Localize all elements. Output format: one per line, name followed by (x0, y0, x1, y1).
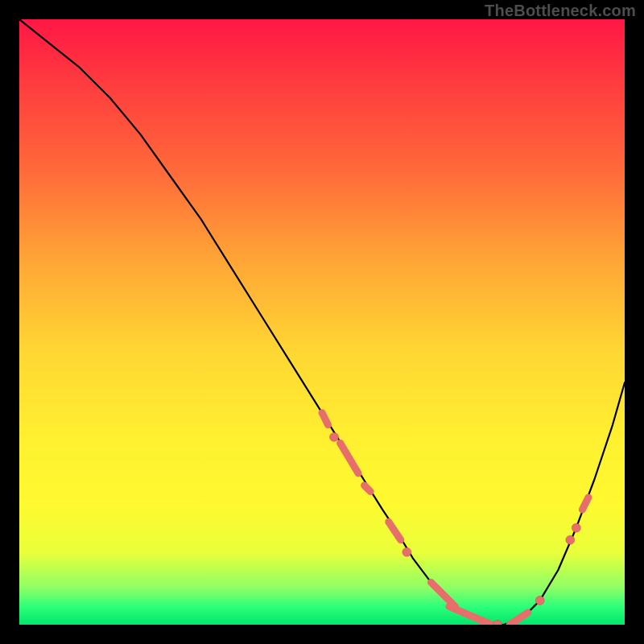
bottleneck-curve (19, 19, 625, 625)
marker-dot (402, 547, 411, 556)
marker-segment (389, 522, 401, 540)
marker-dot (330, 432, 339, 441)
marker-dot (493, 621, 502, 625)
marker-segment (322, 413, 328, 425)
marker-segment (510, 613, 528, 625)
marker-segment (365, 485, 371, 492)
marker-segment (431, 582, 455, 606)
curve-markers (322, 413, 588, 625)
marker-dot (572, 523, 580, 532)
watermark-text: TheBottleneck.com (485, 2, 636, 20)
chart-gradient-area (19, 19, 625, 625)
marker-dot (535, 596, 544, 605)
marker-segment (341, 443, 359, 473)
marker-dot (566, 535, 575, 544)
marker-segment (449, 606, 492, 625)
chart-svg (19, 19, 625, 625)
marker-segment (582, 497, 588, 510)
